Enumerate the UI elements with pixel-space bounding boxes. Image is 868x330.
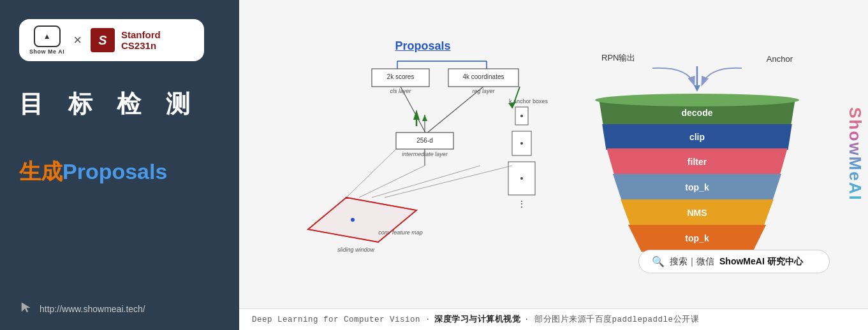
search-text: 搜索｜微信 — [670, 256, 714, 268]
footer-suffix: · 部分图片来源千百度paddlepaddle公开课 — [524, 314, 699, 325]
stanford-name: Stanford — [121, 29, 161, 40]
svg-text:conv feature map: conv feature map — [378, 229, 423, 236]
svg-text:sliding window: sliding window — [337, 247, 375, 253]
rpn-diagram: Proposals 2k scores cls layer 4k coordin… — [289, 39, 557, 269]
svg-text:4k coordinates: 4k coordinates — [462, 73, 504, 80]
svg-line-30 — [359, 166, 425, 197]
funnel-layers: decode clip filter top_k NMS top_k — [576, 100, 818, 252]
funnel-top-ellipse — [595, 94, 799, 106]
footer-text: Deep Learning for Computer Vision · — [252, 315, 430, 324]
search-bar[interactable]: 🔍 搜索｜微信 ShowMeAI 研究中心 — [638, 250, 830, 273]
main-title: 目 标 检 测 — [19, 88, 220, 120]
sidebar: Show Me AI × S Stanford CS231n 目 标 检 测 生… — [0, 0, 239, 330]
stanford-logo: S — [91, 28, 115, 52]
funnel-layer-filter: filter — [603, 148, 791, 175]
proposals-label: Proposals — [395, 39, 450, 53]
svg-point-15 — [520, 177, 523, 180]
showmeai-watermark: ShowMeAI — [845, 107, 865, 201]
footer-bold: 深度学习与计算机视觉 — [434, 314, 520, 325]
svg-line-20 — [426, 87, 483, 134]
svg-marker-25 — [422, 115, 427, 121]
svg-point-13 — [520, 142, 523, 145]
anchor-label: Anchor — [767, 54, 793, 64]
svg-line-32 — [385, 166, 512, 197]
content-area: Proposals 2k scores cls layer 4k coordin… — [239, 0, 868, 330]
stanford-text: Stanford CS231n — [121, 29, 161, 51]
stanford-course: CS231n — [121, 40, 161, 51]
subtitle-text: 生成 — [19, 159, 63, 183]
funnel-layer-topk1: top_k — [610, 174, 785, 201]
svg-marker-39 — [694, 85, 700, 92]
cross-symbol: × — [73, 32, 82, 48]
website-link: http://www.showmeai.tech/ — [40, 304, 145, 314]
funnel-arrows-svg — [589, 65, 805, 97]
svg-point-11 — [520, 115, 523, 117]
svg-line-19 — [401, 87, 426, 134]
svg-text:cls layer: cls layer — [390, 88, 411, 94]
showmeai-icon — [34, 25, 61, 47]
footer-bar: Deep Learning for Computer Vision · 深度学习… — [239, 308, 868, 330]
funnel-area: RPN输出 Anchor — [576, 39, 818, 269]
showmeai-logo: Show Me AI — [29, 25, 64, 55]
link-icon — [19, 300, 33, 317]
subtitle-heading: 生成Proposals — [19, 157, 220, 187]
logo-area: Show Me AI × S Stanford CS231n — [19, 19, 204, 61]
funnel-layer-nms: NMS — [616, 199, 779, 226]
rpn-output-label: RPN输出 — [601, 52, 635, 64]
svg-line-31 — [372, 166, 480, 197]
funnel-layer-topk2: top_k — [624, 225, 770, 252]
rpn-svg: 2k scores cls layer 4k coordinates reg l… — [289, 57, 557, 261]
search-brand: ShowMeAI 研究中心 — [719, 256, 803, 268]
proposals-highlight: Proposals — [63, 159, 167, 183]
svg-point-35 — [351, 218, 355, 222]
bottom-link[interactable]: http://www.showmeai.tech/ — [19, 290, 220, 317]
svg-text:256-d: 256-d — [416, 137, 433, 144]
svg-text:2k scores: 2k scores — [387, 73, 415, 80]
main-diagram: Proposals 2k scores cls layer 4k coordin… — [239, 0, 868, 308]
showmeai-text: Show Me AI — [29, 48, 64, 55]
funnel-layer-clip: clip — [598, 124, 796, 150]
svg-marker-27 — [413, 110, 420, 120]
svg-line-29 — [346, 149, 396, 197]
svg-text:⋮: ⋮ — [517, 199, 526, 209]
search-icon: 🔍 — [652, 255, 665, 268]
